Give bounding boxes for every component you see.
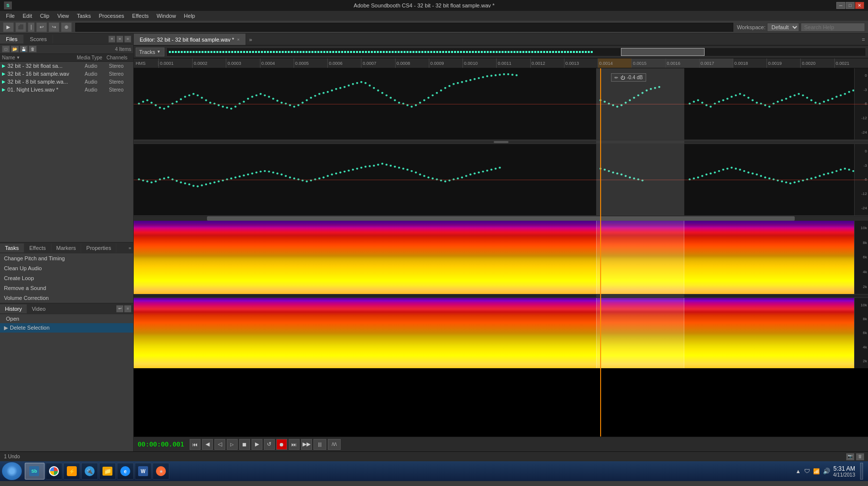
toolbar-btn-1[interactable]: ▶ [3,22,14,32]
scroll-thumb[interactable] [207,216,794,221]
status-icon-2[interactable]: 🗑 [856,453,864,460]
taskbar-show-desktop[interactable] [860,463,863,480]
spectrogram-top: 10k8k6k4k2k [134,221,868,294]
spectrogram-area[interactable]: 10k8k6k4k2k 10k8k6k4k2k [134,221,868,437]
task-remove-sound[interactable]: Remove a Sound [0,283,133,293]
menu-clip[interactable]: Clip [36,12,53,20]
menu-tasks[interactable]: Tasks [73,12,95,20]
toolbar-btn-4[interactable]: ↩ [36,22,47,32]
file-new-btn[interactable]: □ [2,46,10,52]
waveform-bottom[interactable]: 0-3-6-12-24 [134,144,868,216]
taskbar-app-3[interactable]: ⚡ [63,463,80,480]
files-panel-icon-1[interactable]: + [108,36,115,43]
task-volume[interactable]: Volume Correction [0,293,133,303]
toolbar-btn-6[interactable]: ⊕ [61,22,72,32]
menu-file[interactable]: File [2,12,19,20]
toolbar-btn-3[interactable]: | [28,22,35,32]
toolbar-btn-2[interactable]: ⬛ [15,22,26,32]
editor-tab-main[interactable]: Editor: 32 bit - 32 bit float sample.wav… [134,34,246,45]
start-orb[interactable] [2,462,22,480]
task-change-pitch[interactable]: Change Pitch and Timing [0,253,133,263]
history-icon-1[interactable]: ↩ [116,305,123,312]
tab-history[interactable]: History [0,304,27,313]
search-input[interactable] [801,23,865,32]
tab-tasks[interactable]: Tasks [0,243,24,252]
transport-play[interactable]: ▶ [252,439,262,450]
transport-to-end[interactable]: ⏭ [289,439,300,450]
history-item-open[interactable]: Open [0,314,133,323]
svg-point-118 [739,93,741,95]
svg-point-70 [432,95,434,97]
editor-tabs-controls[interactable]: = [859,37,868,43]
close-button[interactable]: ✕ [855,2,864,9]
transport-extra-1[interactable]: ||| [313,439,326,450]
taskbar-volume-icon[interactable]: 🔊 [823,468,830,475]
status-icon-1[interactable]: 📷 [846,453,854,460]
taskbar-clock-area[interactable]: 5:31 AM 4/11/2013 [833,465,856,478]
taskbar-app-4[interactable]: 🔌 [81,463,98,480]
transport-next-frame[interactable]: ▶▶ [301,439,312,450]
taskbar-app-7[interactable]: W [135,463,152,480]
transport-loop[interactable]: ↺ [264,439,275,450]
maximize-button[interactable]: □ [846,2,855,9]
file-item-4[interactable]: ▶ 01. Night Lives.wav * Audio Stereo [0,86,133,94]
menu-edit[interactable]: Edit [19,12,36,20]
transport-record[interactable]: ⏺ [276,439,287,450]
file-play-icon-4[interactable]: ▶ [2,87,5,92]
tab-effects[interactable]: Effects [24,243,51,252]
taskbar-app-soundbooth[interactable]: Sb [25,463,45,480]
history-icon-2[interactable]: = [124,305,131,312]
file-delete-btn[interactable]: 🗑 [29,46,37,52]
minimize-button[interactable]: ─ [836,2,845,9]
mini-track-overview[interactable] [166,48,866,56]
workspace-select[interactable]: Default [767,23,799,32]
menu-processes[interactable]: Processes [95,12,128,20]
tasks-collapse[interactable]: = [127,245,133,250]
history-item-delete[interactable]: ▶ Delete Selection [0,323,133,333]
tab-files[interactable]: Files [0,35,24,44]
task-clean-up[interactable]: Clean Up Audio [0,263,133,273]
files-panel-icon-2[interactable]: × [116,36,123,43]
transport-stop[interactable]: ⏹ [239,439,250,450]
file-item-3[interactable]: ▶ 32 bit - 8 bit sample.wa... Audio Ster… [0,78,133,86]
transport-to-start[interactable]: ⏮ [190,439,201,450]
taskbar-app-6[interactable]: e [117,463,134,480]
h-scrollbar[interactable] [134,216,868,221]
divider-handle[interactable] [494,141,509,143]
editor-tab-close-icon[interactable]: × [237,37,240,42]
svg-point-103 [650,88,652,90]
file-play-icon-3[interactable]: ▶ [2,79,5,84]
db-overlay[interactable]: ✏ ⏻ -0.4 dB [611,73,646,82]
tracks-dropdown[interactable]: Tracks ▼ [136,48,164,56]
menu-effects[interactable]: Effects [128,12,153,20]
tab-scores[interactable]: Scores [24,35,53,44]
menu-help[interactable]: Help [180,12,199,20]
tab-video[interactable]: Video [27,304,51,313]
files-panel-collapse[interactable]: = [124,36,131,43]
editor-tabs-expand[interactable]: » [246,37,255,43]
file-play-icon-2[interactable]: ▶ [2,71,5,76]
file-item-1[interactable]: ▶ 32 bit - 32 bit float sa... Audio Ster… [0,62,133,70]
tab-properties[interactable]: Properties [81,243,116,252]
transport-play-back[interactable]: ▷ [227,439,238,450]
file-open-btn[interactable]: 📂 [11,46,19,52]
menu-window[interactable]: Window [153,12,180,20]
taskbar-app-chrome[interactable] [46,463,62,480]
file-list-scroll[interactable] [0,94,133,242]
file-item-2[interactable]: ▶ 32 bit - 16 bit sample.wav Audio Stere… [0,70,133,78]
transport-prev-frame[interactable]: ◀ [202,439,213,450]
task-create-loop[interactable]: Create Loop [0,273,133,283]
taskbar-app-5[interactable]: 📁 [99,463,116,480]
timeline-ruler[interactable]: HMS 0.0001 0.0002 0.0003 0.0004 0.0005 0… [134,58,868,68]
toolbar-btn-5[interactable]: ↪ [49,22,59,32]
taskbar-app-8[interactable]: ★ [153,463,169,480]
file-play-icon-1[interactable]: ▶ [2,63,5,68]
transport-extra-2[interactable]: /\/\ [328,439,341,450]
taskbar-notify-hide[interactable]: ▲ [796,468,801,474]
transport-go-back[interactable]: ◁ [214,439,225,450]
waveform-view[interactable]: ✏ ⏻ -0.4 dB [134,68,868,437]
waveform-top[interactable]: ✏ ⏻ -0.4 dB [134,68,868,140]
menu-view[interactable]: View [53,12,73,20]
file-save-btn[interactable]: 💾 [20,46,28,52]
tab-markers[interactable]: Markers [51,243,82,252]
